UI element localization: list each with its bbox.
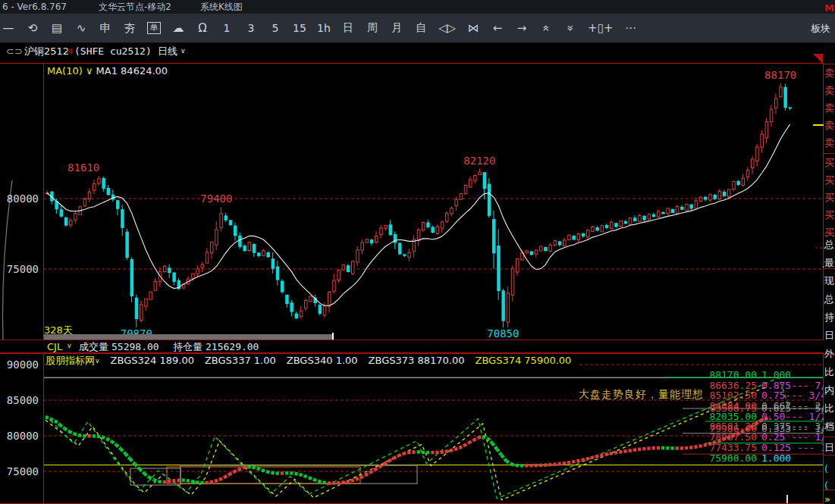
title-bar: 6 - Ver6.8.767 文华云节点-移动2 系统K线图 xyxy=(0,0,835,14)
volume-label: 成交量 xyxy=(79,340,108,353)
svg-text:88170: 88170 xyxy=(764,69,796,81)
cloud-node-label[interactable]: 文华云节点-移动2 xyxy=(99,0,171,14)
main-candlestick-chart[interactable]: 8000075000816107087079400821207085088170… xyxy=(0,63,835,340)
sliver-row-20: 档 xyxy=(824,421,834,431)
period-button-月[interactable]: 月 xyxy=(390,21,403,35)
sliver-row-5: 买 xyxy=(824,158,834,167)
sliver-row-10: 总 xyxy=(824,239,834,249)
sliver-separator-1 xyxy=(824,153,835,154)
corner-triangle-marker xyxy=(813,54,823,64)
sector-board-button[interactable]: 板块 xyxy=(811,14,830,43)
line-chart-icon[interactable]: ∿ xyxy=(74,21,88,35)
sliver-separator-7 xyxy=(824,490,835,490)
sliver-row-12: 现 xyxy=(824,276,834,286)
draw-tool-icon[interactable]: 夯 xyxy=(123,21,137,36)
right-quote-panel-sliver[interactable]: 卖卖卖卖卖买买买买买总最现总持日外比内比档日((» xyxy=(824,43,835,504)
cjl-indicator-name[interactable]: CJL xyxy=(47,340,62,353)
sliver-row-2: 卖 xyxy=(824,103,834,113)
indicator-param-ZBGS324: ZBGS324 189.00 xyxy=(111,355,194,366)
sliver-separator-2 xyxy=(824,235,835,236)
period-button-日[interactable]: 日 xyxy=(341,21,355,35)
sliver-row-7: 买 xyxy=(824,193,834,202)
symbol-bar: ⊂⊃ 沪铜2512 M (SHFE cu2512) 日线 ∨ xyxy=(0,43,835,63)
link-contract-icon[interactable]: ⊂⊃ xyxy=(6,43,23,60)
sliver-row-15: 日 xyxy=(824,330,834,340)
period-button-1[interactable]: 1 xyxy=(220,22,234,34)
sliver-row-13: 总 xyxy=(824,294,834,304)
sliver-row-21: 日 xyxy=(824,443,834,452)
sliver-row-17: 比 xyxy=(824,367,834,377)
sliver-row-11: 最 xyxy=(824,258,834,268)
ladder-price-2: 85102.50 xyxy=(673,390,757,400)
arrow-right-icon[interactable]: → xyxy=(515,21,529,35)
toolbar: —⟲▤∿申夯单☁Ω135151h日周月自◁▷⋈←→«»+▯+⋯板块 xyxy=(0,14,835,43)
more-icon[interactable]: ⋯ xyxy=(623,21,637,35)
sliver-row-22: ( xyxy=(824,464,828,474)
period-button-1h[interactable]: 1h xyxy=(317,22,331,34)
indicator-param-ZBGS337: ZBGS337 1.00 xyxy=(205,355,276,366)
svg-text:75000: 75000 xyxy=(7,263,39,275)
chart-scheme-label[interactable]: 系统K线图 xyxy=(200,0,243,14)
svg-text:80000: 80000 xyxy=(7,193,39,205)
ladder-price-8: 75900.00 xyxy=(673,453,757,463)
ladder-price-0: 88170.00 xyxy=(673,370,757,380)
minus-icon[interactable]: — xyxy=(2,21,15,35)
period-button-15[interactable]: 15 xyxy=(293,22,306,34)
period-button-5[interactable]: 5 xyxy=(268,22,282,34)
svg-text:MA(10) ∨ MA1 84624.00: MA(10) ∨ MA1 84624.00 xyxy=(47,65,168,77)
sliver-separator-6 xyxy=(824,455,835,455)
sliver-separator-0 xyxy=(824,64,835,64)
period-button-3[interactable]: 3 xyxy=(244,22,258,34)
merge-view-icon[interactable]: ⋈ xyxy=(466,21,480,35)
volume-value: 55298.00 xyxy=(111,340,159,353)
volume-indicator-row: CJL ∨ 成交量 55298.00 持仓量 215629.00 xyxy=(0,340,835,353)
symbol-code: (SHFE cu2512) xyxy=(74,43,152,60)
chevron-down-icon[interactable]: ∨ xyxy=(95,357,100,365)
sliver-row-24: » xyxy=(824,494,830,504)
app-version: 6 - Ver6.8.767 xyxy=(2,0,67,14)
insert-column-icon[interactable]: +▯+ xyxy=(588,21,613,35)
indicator-name[interactable]: 股朋指标网 xyxy=(46,355,95,366)
svg-text:85000: 85000 xyxy=(7,394,39,406)
sliver-separator-4 xyxy=(824,355,835,355)
sliver-row-3: 卖 xyxy=(824,121,834,130)
refresh-icon[interactable]: ⟲ xyxy=(26,21,39,35)
sliver-row-14: 持 xyxy=(824,312,834,322)
svg-text:81610: 81610 xyxy=(67,161,99,174)
sliver-separator-5 xyxy=(824,437,835,437)
chevron-down-icon[interactable]: ∨ xyxy=(67,340,72,352)
quote-list-icon[interactable]: ▤ xyxy=(50,21,64,35)
svg-text:75000: 75000 xyxy=(7,465,39,477)
corner-main-flag: M xyxy=(824,2,834,14)
symbol-name[interactable]: 沪铜2512 xyxy=(24,43,69,60)
cloud-strategy-icon[interactable]: ☁ xyxy=(171,21,185,35)
candlestick-icon[interactable]: 申 xyxy=(99,21,112,36)
alert-bell-icon[interactable]: Ω xyxy=(196,21,209,35)
svg-text:328天: 328天 xyxy=(44,324,73,336)
ladder-price-7: 77433.75 xyxy=(673,443,757,452)
sliver-separator-3 xyxy=(824,268,835,269)
double-chevron-up-icon[interactable]: « xyxy=(539,21,553,35)
sliver-row-9: 买 xyxy=(824,227,834,237)
indicator-param-ZBGS340: ZBGS340 1.00 xyxy=(287,355,358,366)
sliver-row-18: 内 xyxy=(824,385,834,395)
sliver-row-8: 买 xyxy=(824,210,834,220)
indicator-panel[interactable]: 90000850008000075000 股朋指标网∨ZBGS324 189.0… xyxy=(0,353,835,504)
svg-text:80000: 80000 xyxy=(7,430,39,442)
ladder-fraction-6: 0.25 --- 1/4 xyxy=(761,432,833,442)
period-selector[interactable]: 日线 xyxy=(158,43,177,60)
sliver-row-0: 卖 xyxy=(824,68,834,78)
split-view-icon[interactable]: ◁▷ xyxy=(438,21,456,35)
chevron-down-icon[interactable]: ∨ xyxy=(180,42,186,59)
main-contract-flag: M xyxy=(67,43,73,60)
open-interest-value: 215629.00 xyxy=(206,340,259,353)
period-button-自[interactable]: 自 xyxy=(414,21,428,35)
double-chevron-down-icon[interactable]: » xyxy=(563,21,577,35)
order-board-icon[interactable]: 单 xyxy=(147,22,161,34)
arrow-left-icon[interactable]: ← xyxy=(491,21,504,35)
sliver-row-19: 比 xyxy=(824,403,834,413)
period-button-周[interactable]: 周 xyxy=(366,21,379,35)
open-interest-label: 持仓量 xyxy=(173,340,202,353)
ladder-fraction-8: 1.000 xyxy=(761,453,791,463)
indicator-param-ZBGS374: ZBGS374 75900.00 xyxy=(475,355,571,366)
